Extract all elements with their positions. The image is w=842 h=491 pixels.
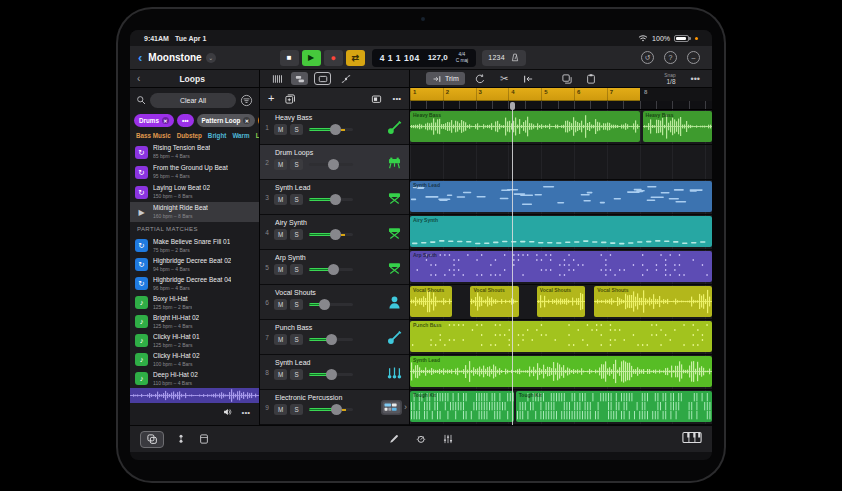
region[interactable]: Tough Kit (410, 391, 514, 422)
regions-view-icon[interactable] (291, 72, 308, 85)
loop-list-item[interactable]: ↻Highbridge Decree Beat 0496 bpm – 4 Bar… (130, 274, 259, 293)
back-chevron-icon[interactable]: ‹ (138, 51, 142, 64)
track-header-row[interactable]: 9Electronic PercussionMS› (260, 390, 409, 425)
volume-slider[interactable] (309, 369, 353, 380)
loop-list-item[interactable]: ↻Rising Tension Beat85 bpm – 4 Bars (130, 142, 259, 162)
track-header-row[interactable]: 2Drum LoopsMS (260, 145, 409, 180)
search-icon[interactable] (136, 95, 146, 105)
track-header-row[interactable]: 5Arp SynthMS (260, 250, 409, 285)
filter-chip[interactable]: Pattern Loop✕ (197, 114, 256, 127)
loop-list-item[interactable]: ↻Make Believe Snare Fill 0175 bpm – 2 Ba… (130, 236, 259, 255)
browser-button[interactable] (140, 431, 164, 448)
track-lane[interactable] (410, 145, 712, 180)
mute-button[interactable]: M (274, 159, 287, 170)
solo-button[interactable]: S (290, 159, 303, 170)
mute-button[interactable]: M (274, 404, 287, 415)
cycle-button[interactable]: ⇄ (346, 50, 365, 66)
volume-slider[interactable] (309, 229, 353, 240)
track-instrument[interactable]: › (379, 390, 409, 424)
hide-controls-icon[interactable]: – (687, 51, 700, 64)
volume-slider[interactable] (309, 264, 353, 275)
mixer-icon[interactable] (442, 433, 454, 445)
track-header-row[interactable]: 8Synth LeadMS (260, 355, 409, 390)
loop-list-item[interactable]: ♪Bright Hi-Hat 02125 bpm – 4 Bars (130, 312, 259, 331)
slider-knob[interactable] (326, 369, 337, 380)
play-button[interactable]: ▶ (302, 50, 321, 66)
region[interactable]: Vocal Shouts (410, 286, 452, 317)
solo-button[interactable]: S (290, 404, 303, 415)
tag-item[interactable]: Dubstep (177, 132, 202, 139)
track-lane[interactable]: Punch Bass (410, 320, 712, 355)
region[interactable]: Vocal Shouts (594, 286, 712, 317)
track-zoom-icon[interactable] (370, 93, 383, 105)
region[interactable]: Punch Bass (410, 321, 712, 352)
preview-more-icon[interactable]: ••• (242, 408, 250, 417)
region[interactable]: Heavy Bass (643, 111, 712, 142)
region[interactable]: Heavy Bass (410, 111, 640, 142)
region[interactable]: Airy Synth (410, 216, 712, 247)
tag-item[interactable]: Bass Music (136, 132, 171, 139)
track-lane[interactable]: Synth Lead (410, 355, 712, 390)
remove-chip-icon[interactable]: ✕ (243, 117, 250, 124)
mute-button[interactable]: M (274, 299, 287, 310)
solo-button[interactable]: S (290, 334, 303, 345)
solo-button[interactable]: S (290, 369, 303, 380)
editors-icon[interactable] (198, 433, 210, 445)
track-lane[interactable]: Vocal ShoutsVocal ShoutsVocal ShoutsVoca… (410, 285, 712, 320)
solo-button[interactable]: S (290, 264, 303, 275)
slider-knob[interactable] (319, 299, 330, 310)
more-options-icon[interactable]: ••• (691, 74, 700, 84)
drum-machine-icon[interactable] (381, 400, 402, 415)
count-in-button[interactable]: 1234 (488, 54, 505, 61)
piano-roll-view-icon[interactable] (268, 72, 285, 85)
track-header-row[interactable]: 1Heavy BassMS (260, 110, 409, 145)
remove-chip-icon[interactable]: ✕ (162, 117, 169, 124)
plugins-icon[interactable] (175, 433, 187, 445)
split-scissors-icon[interactable]: ✂ (496, 72, 513, 85)
add-track-icon[interactable]: + (268, 93, 274, 104)
copy-icon[interactable] (559, 72, 576, 85)
loop-list-item[interactable]: ↻Laying Low Beat 02150 bpm – 8 Bars (130, 182, 259, 202)
track-header-row[interactable]: 3Synth LeadMS (260, 180, 409, 215)
slider-knob[interactable] (330, 124, 341, 135)
loop-tool-icon[interactable] (472, 72, 489, 85)
volume-slider[interactable] (309, 334, 353, 345)
trim-left-icon[interactable] (520, 72, 537, 85)
volume-slider[interactable] (309, 194, 353, 205)
filter-chip[interactable]: Drums✕ (134, 114, 174, 127)
track-lane[interactable]: Arp Synth (410, 250, 712, 285)
tag-item[interactable]: Light (256, 132, 259, 139)
loop-list-item[interactable]: ♪Deep Hi-Hat 02110 bpm – 4 Bars (130, 369, 259, 388)
tag-item[interactable]: Bright (208, 132, 227, 139)
track-header-row[interactable]: 4Airy SynthMS (260, 215, 409, 250)
loop-list-item[interactable]: ↻Highbridge Decree Beat 0294 bpm – 4 Bar… (130, 255, 259, 274)
playhead-handle[interactable] (510, 102, 515, 110)
automation-view-icon[interactable] (337, 72, 354, 85)
volume-slider[interactable] (309, 159, 353, 170)
solo-button[interactable]: S (290, 124, 303, 135)
lcd-display[interactable]: 4 1 1 104 127,0 4/4 C maj (372, 49, 477, 67)
slider-knob[interactable] (330, 229, 341, 240)
track-more-icon[interactable]: ••• (393, 94, 401, 103)
region[interactable]: Vocal Shouts (537, 286, 585, 317)
filter-chip[interactable]: Trap✕ (258, 114, 259, 127)
volume-slider[interactable] (309, 404, 353, 415)
track-lane[interactable]: Heavy BassHeavy Bass (410, 110, 712, 145)
track-lane[interactable]: Synth Lead (410, 180, 712, 215)
solo-button[interactable]: S (290, 194, 303, 205)
stop-button[interactable]: ■ (280, 50, 299, 66)
track-lane[interactable]: Airy Synth (410, 215, 712, 250)
loop-preview-waveform[interactable] (130, 388, 259, 403)
speaker-icon[interactable] (222, 407, 233, 417)
solo-button[interactable]: S (290, 229, 303, 240)
record-button[interactable]: ● (324, 50, 343, 66)
loop-list-item[interactable]: ▶Midnight Ride Beat160 bpm – 8 Bars (130, 202, 259, 222)
cycle-range[interactable] (410, 88, 640, 101)
slider-knob[interactable] (331, 404, 342, 415)
filter-chip[interactable]: ••• (177, 114, 194, 127)
loop-list-item[interactable]: ♪Clicky Hi-Hat 01125 bpm – 2 Bars (130, 331, 259, 350)
track-chevron-icon[interactable]: › (404, 402, 407, 412)
volume-slider[interactable] (309, 124, 353, 135)
track-header-row[interactable]: 6Vocal ShoutsMS (260, 285, 409, 320)
region[interactable]: Synth Lead (410, 356, 712, 387)
